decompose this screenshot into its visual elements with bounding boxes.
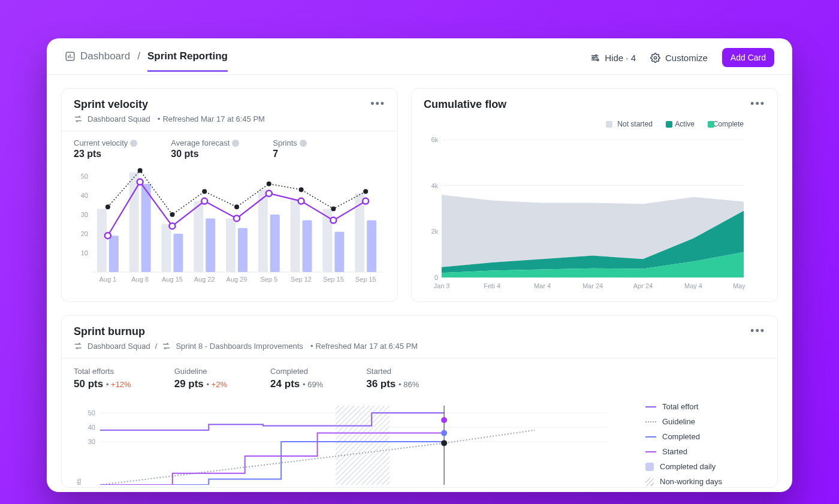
svg-text:30: 30 xyxy=(88,438,95,445)
breadcrumb-current[interactable]: Sprint Reporting xyxy=(147,50,228,72)
svg-rect-59 xyxy=(666,121,672,128)
bc-sep: / xyxy=(155,342,158,351)
stat-guideline-label: Guideline xyxy=(174,367,227,376)
breadcrumb-root[interactable]: Dashboard xyxy=(65,50,130,72)
burnup-chart-wrap: 304050ints xyxy=(74,401,621,487)
svg-text:2k: 2k xyxy=(431,228,438,235)
hide-button[interactable]: Hide · 4 xyxy=(590,53,636,63)
stat-total: Total efforts 50 pts • +12% xyxy=(74,367,131,390)
svg-text:4k: 4k xyxy=(431,182,438,189)
topbar: Dashboard / Sprint Reporting Hide · 4 Cu… xyxy=(47,38,792,75)
svg-point-89 xyxy=(441,430,447,436)
svg-point-42 xyxy=(234,204,239,209)
svg-text:Aug 1: Aug 1 xyxy=(99,276,117,283)
stat-completed-value: 24 pts xyxy=(270,378,300,390)
svg-rect-23 xyxy=(226,218,236,272)
svg-point-88 xyxy=(441,417,447,423)
burnup-menu-button[interactable]: ••• xyxy=(750,325,765,336)
svg-point-41 xyxy=(202,189,207,194)
svg-point-45 xyxy=(331,206,336,211)
sliders-icon xyxy=(590,53,600,63)
info-icon[interactable] xyxy=(300,140,307,147)
svg-text:10: 10 xyxy=(81,249,88,256)
legend-started[interactable]: Started xyxy=(645,447,765,456)
stat-total-label: Total efforts xyxy=(74,367,131,376)
legend-completed[interactable]: Completed xyxy=(645,432,765,441)
svg-point-38 xyxy=(105,204,110,209)
svg-point-53 xyxy=(298,198,304,204)
legend-completed-daily[interactable]: Completed daily xyxy=(645,462,765,471)
velocity-title: Sprint velocity xyxy=(74,98,265,111)
legend-total-effort[interactable]: Total effort xyxy=(645,402,765,411)
svg-point-39 xyxy=(138,168,143,173)
stat-total-value: 50 pts xyxy=(74,378,103,390)
dashboard-icon xyxy=(65,51,76,62)
svg-rect-18 xyxy=(173,234,183,272)
stat-current-label: Current velocity xyxy=(74,138,128,147)
stat-guideline: Guideline 29 pts • +2% xyxy=(174,367,227,390)
burnup-card: Sprint burnup Dashboard Squad / Sprint 8… xyxy=(61,315,778,488)
svg-point-43 xyxy=(267,182,271,186)
customize-button[interactable]: Customize xyxy=(650,53,708,63)
svg-text:50: 50 xyxy=(88,409,95,417)
svg-text:Sep 5: Sep 5 xyxy=(260,276,277,283)
stat-current-value: 23 pts xyxy=(74,149,137,159)
svg-text:Active: Active xyxy=(675,120,695,128)
svg-point-50 xyxy=(201,198,207,204)
svg-text:30: 30 xyxy=(81,211,88,218)
stat-forecast: Average forecast 30 pts xyxy=(171,138,239,159)
svg-text:Mar 24: Mar 24 xyxy=(583,282,603,289)
svg-text:50: 50 xyxy=(81,173,88,180)
customize-label: Customize xyxy=(665,53,708,63)
svg-point-54 xyxy=(330,218,336,224)
sprint-loop-icon xyxy=(74,342,83,351)
burnup-stats: Total efforts 50 pts • +12% Guideline 29… xyxy=(62,358,777,395)
cumulative-menu-button[interactable]: ••• xyxy=(750,98,765,109)
burnup-body: 304050ints Total effort Guideline Comple… xyxy=(62,395,777,487)
svg-text:40: 40 xyxy=(88,424,95,431)
burnup-chart-svg: 304050ints xyxy=(74,401,613,485)
svg-rect-20 xyxy=(194,201,203,272)
add-card-button[interactable]: Add Card xyxy=(722,48,774,67)
svg-rect-57 xyxy=(708,121,714,128)
velocity-refreshed: Refreshed Mar 17 at 6:45 PM xyxy=(155,114,265,123)
svg-point-46 xyxy=(363,189,368,194)
svg-point-44 xyxy=(299,187,304,192)
stat-current: Current velocity 23 pts xyxy=(74,138,137,159)
breadcrumb-separator: / xyxy=(137,50,140,72)
cumulative-body: CompleteActiveNot started02k4k6kJan 3Feb… xyxy=(412,118,777,301)
svg-text:Sep 15: Sep 15 xyxy=(323,276,344,283)
svg-text:Complete: Complete xyxy=(713,120,744,128)
svg-text:40: 40 xyxy=(81,192,88,199)
svg-point-2 xyxy=(593,57,594,59)
svg-rect-21 xyxy=(206,218,215,272)
svg-text:Aug 15: Aug 15 xyxy=(162,276,183,283)
svg-text:Apr 24: Apr 24 xyxy=(633,282,653,289)
info-icon[interactable] xyxy=(130,140,137,147)
svg-point-47 xyxy=(105,233,111,239)
legend-guideline[interactable]: Guideline xyxy=(645,417,765,426)
cumulative-card: Cumulative flow ••• CompleteActiveNot st… xyxy=(411,88,778,302)
stat-guideline-delta: +2% xyxy=(212,380,227,389)
legend-non-working[interactable]: Non-working days xyxy=(645,477,765,486)
velocity-chart-svg: 1020304050Aug 1Aug 8Aug 15Aug 22Aug 29Se… xyxy=(74,164,385,284)
svg-rect-12 xyxy=(109,236,119,272)
velocity-card: Sprint velocity Dashboard Squad Refreshe… xyxy=(61,88,398,302)
info-icon[interactable] xyxy=(232,140,239,147)
burnup-sprint: Sprint 8 - Dashboards Improvements xyxy=(176,342,303,351)
velocity-stats: Current velocity 23 pts Average forecast… xyxy=(62,131,397,162)
breadcrumb: Dashboard / Sprint Reporting xyxy=(65,50,228,72)
content: Sprint velocity Dashboard Squad Refreshe… xyxy=(47,75,792,492)
svg-rect-79 xyxy=(336,406,390,485)
svg-text:Jan 3: Jan 3 xyxy=(434,282,450,289)
gear-icon xyxy=(650,53,660,63)
svg-point-3 xyxy=(597,59,599,61)
svg-text:Sep 12: Sep 12 xyxy=(291,276,312,283)
stat-started: Started 36 pts • 86% xyxy=(366,367,419,390)
svg-text:Feb 4: Feb 4 xyxy=(484,282,500,289)
svg-point-52 xyxy=(266,191,272,197)
breadcrumb-root-label: Dashboard xyxy=(80,50,130,62)
velocity-menu-button[interactable]: ••• xyxy=(370,98,385,109)
app-window: Dashboard / Sprint Reporting Hide · 4 Cu… xyxy=(47,38,792,492)
svg-text:20: 20 xyxy=(81,230,88,237)
